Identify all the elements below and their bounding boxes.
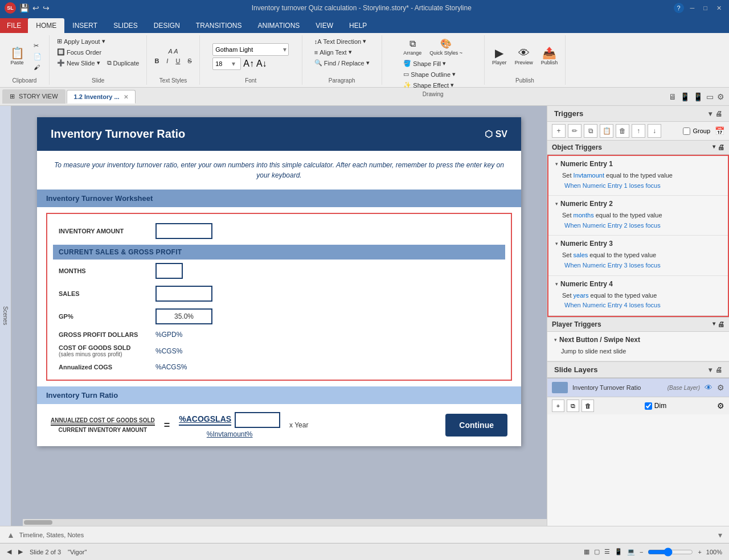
scrollbar-thumb-h[interactable] <box>24 520 52 525</box>
slide-layers-print[interactable]: 🖨 <box>715 366 722 374</box>
shape-effect-button[interactable]: ✨ Shape Effect ▾ <box>400 80 457 90</box>
edit-trigger-btn[interactable]: ✏ <box>568 124 581 138</box>
new-slide-button[interactable]: ➕ New Slide ▾ <box>54 58 103 68</box>
next-btn-header[interactable]: ▾ Next Button / Swipe Next <box>552 334 724 345</box>
close-btn[interactable]: ✕ <box>714 3 724 13</box>
font-name-input[interactable] <box>213 46 281 53</box>
collapse-arrow[interactable]: ▾ <box>708 110 712 118</box>
arrange-button[interactable]: ⧉ Arrange <box>400 37 424 57</box>
shape-fill-button[interactable]: 🪣 Shape Fill ▾ <box>400 59 449 68</box>
save-btn[interactable]: 💾 <box>19 3 29 13</box>
font-name-arrow[interactable]: ▾ <box>281 46 288 53</box>
print-objects-btn[interactable]: 🖨 <box>718 143 724 151</box>
minimize-btn[interactable]: ─ <box>687 3 698 13</box>
move-up-btn[interactable]: ↑ <box>632 124 645 138</box>
quick-styles-button[interactable]: 🎨 Quick Styles ~ <box>427 36 465 57</box>
duplicate-button[interactable]: ⧉ Duplicate <box>104 58 142 68</box>
cut-button[interactable]: ✂ <box>31 41 44 51</box>
tab-home[interactable]: HOME <box>28 18 64 33</box>
slide-layers-arrow[interactable]: ▾ <box>708 366 712 374</box>
horizontal-scrollbar[interactable] <box>23 519 547 526</box>
layer-visibility-icon[interactable]: 👁 <box>705 383 712 392</box>
object-triggers-section-header[interactable]: Object Triggers ▾ 🖨 <box>547 141 729 155</box>
help-icon[interactable]: ? <box>674 3 684 13</box>
strikethrough-button[interactable]: S <box>185 56 194 65</box>
delete-layer-btn[interactable]: 🗑 <box>581 400 594 412</box>
trigger-4-header[interactable]: ▾ Numeric Entry 4 <box>553 278 723 290</box>
tab-animations[interactable]: ANIMATIONS <box>250 18 308 33</box>
delete-trigger-btn[interactable]: 🗑 <box>616 124 629 138</box>
tablet-view-icon[interactable]: 📱 <box>680 92 690 101</box>
copy-trigger-btn[interactable]: ⧉ <box>584 124 597 138</box>
months-input[interactable] <box>155 263 183 279</box>
laptop-icon[interactable]: 💻 <box>627 548 635 555</box>
text-direction-button[interactable]: ↕A Text Direction ▾ <box>312 36 369 46</box>
font-increase-btn[interactable]: A↑ <box>243 59 254 69</box>
font-name-selector[interactable]: ▾ <box>212 43 289 56</box>
underline-button[interactable]: U <box>173 56 183 65</box>
paste-button[interactable]: 📋 Paste <box>5 46 30 67</box>
tab-close-icon[interactable]: ✕ <box>124 94 128 100</box>
tab-story-view[interactable]: ⊞ STORY VIEW <box>2 89 65 104</box>
font-size-selector[interactable]: ▾ <box>212 57 241 70</box>
collapse-player-btn[interactable]: ▾ <box>712 320 715 328</box>
align-text-button[interactable]: ≡ Align Text ▾ <box>312 47 355 57</box>
publish-button[interactable]: 📤 Publish <box>538 46 561 67</box>
paste-trigger-btn[interactable]: 📋 <box>600 124 613 138</box>
timeline-expand-icon[interactable]: ▲ <box>7 530 15 540</box>
layer-settings-icon[interactable]: ⚙ <box>717 383 724 392</box>
tab-insert[interactable]: INSERT <box>64 18 105 33</box>
ratio-input-box[interactable] <box>235 412 280 428</box>
tab-slide-12[interactable]: 1.2 Inventory ... ✕ <box>67 90 136 104</box>
layer-gear-icon[interactable]: ⚙ <box>717 401 724 410</box>
tab-view[interactable]: VIEW <box>308 18 341 33</box>
grid-view-icon[interactable]: ▦ <box>584 548 589 555</box>
sales-input[interactable] <box>155 286 212 302</box>
desktop-view-icon[interactable]: 🖥 <box>669 92 677 101</box>
focus-order-button[interactable]: 🔲 Focus Order <box>54 47 104 57</box>
italic-button[interactable]: I <box>163 56 171 65</box>
trigger-2-header[interactable]: ▾ Numeric Entry 2 <box>553 198 723 209</box>
screen-view-icon[interactable]: ▭ <box>706 92 714 101</box>
zoom-in-btn[interactable]: + <box>698 549 701 555</box>
timeline-expand-right[interactable]: ▾ <box>718 530 722 540</box>
dim-checkbox[interactable] <box>645 402 652 410</box>
phone-icon[interactable]: 📱 <box>615 548 622 555</box>
settings-gear-icon[interactable]: ⚙ <box>717 92 724 101</box>
maximize-btn[interactable]: □ <box>701 3 710 13</box>
group-checkbox[interactable] <box>683 127 690 135</box>
copy-layer-btn[interactable]: ⧉ <box>567 400 579 412</box>
list-view-icon[interactable]: ☰ <box>604 548 610 555</box>
outline-view-icon[interactable]: ▢ <box>594 548 600 555</box>
tab-help[interactable]: HELP <box>341 18 375 33</box>
trigger-3-header[interactable]: ▾ Numeric Entry 3 <box>553 238 723 249</box>
font-size-arrow[interactable]: ▾ <box>230 60 237 68</box>
undo-btn[interactable]: ↩ <box>32 3 39 13</box>
add-layer-btn[interactable]: + <box>552 400 564 412</box>
tab-slides[interactable]: SLIDES <box>105 18 146 33</box>
bold-button[interactable]: B <box>151 56 162 65</box>
continue-button[interactable]: Continue <box>445 414 507 437</box>
preview-button[interactable]: 👁 Preview <box>512 46 536 67</box>
tab-transitions[interactable]: TRANSITIONS <box>188 18 250 33</box>
print-player-btn[interactable]: 🖨 <box>718 320 724 328</box>
add-trigger-btn[interactable]: + <box>552 124 566 138</box>
phone-view-icon[interactable]: 📱 <box>693 92 703 101</box>
font-decrease-btn[interactable]: A↓ <box>256 59 267 69</box>
find-replace-button[interactable]: 🔍 Find / Replace ▾ <box>312 58 372 68</box>
collapse-objects-btn[interactable]: ▾ <box>712 143 715 151</box>
print-panel-btn[interactable]: 🖨 <box>715 110 722 118</box>
shape-outline-button[interactable]: ▭ Shape Outline ▾ <box>400 69 458 79</box>
scroll-right-btn[interactable]: ▶ <box>18 548 23 555</box>
move-down-btn[interactable]: ↓ <box>648 124 661 138</box>
zoom-out-btn[interactable]: − <box>640 549 643 555</box>
format-painter-button[interactable]: 🖌 <box>31 63 44 72</box>
tab-design[interactable]: DESIGN <box>146 18 188 33</box>
player-triggers-header[interactable]: Player Triggers ▾ 🖨 <box>547 318 729 332</box>
redo-btn[interactable]: ↪ <box>43 3 50 13</box>
apply-layout-button[interactable]: ⊞ Apply Layout ▾ <box>54 36 108 46</box>
font-size-input[interactable] <box>213 60 230 67</box>
zoom-slider[interactable] <box>648 547 693 557</box>
trigger-1-header[interactable]: ▾ Numeric Entry 1 <box>553 158 723 170</box>
inventory-amount-input[interactable] <box>155 223 212 239</box>
